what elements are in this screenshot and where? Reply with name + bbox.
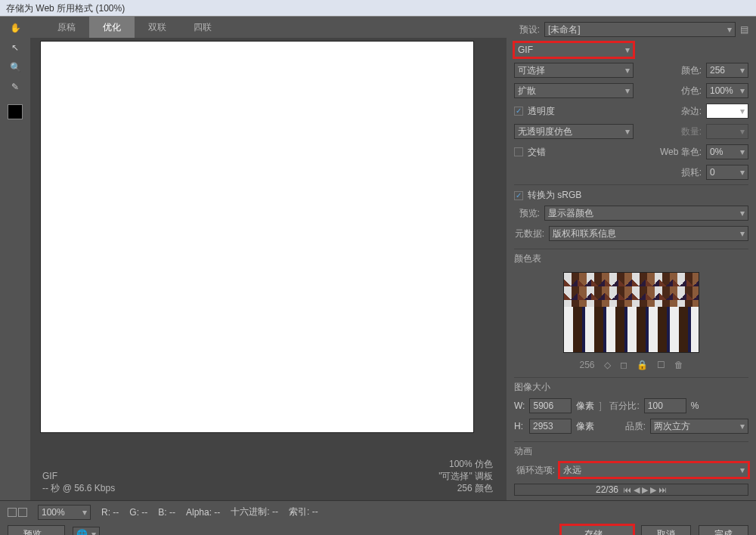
link-icon[interactable]: ] (599, 400, 601, 411)
alpha-readout: Alpha: -- (186, 507, 220, 518)
width-input[interactable] (529, 398, 572, 413)
zoom-select[interactable]: 100% (38, 505, 91, 520)
ct-icon[interactable]: ◇ (604, 360, 611, 370)
dither-amt-select[interactable]: 100% (706, 83, 748, 98)
info-strip: 100% R: -- G: -- B: -- Alpha: -- 十六进制: -… (0, 500, 756, 523)
prev-frame-icon[interactable]: ◀ (634, 485, 640, 495)
transparency-checkbox[interactable] (514, 107, 523, 116)
loop-label: 循环选项: (514, 464, 555, 477)
cancel-button[interactable]: 取消 (641, 525, 691, 536)
info-palette: "可选择" 调板 (438, 470, 493, 482)
color-table[interactable] (563, 272, 699, 353)
format-select[interactable]: GIF (514, 42, 634, 57)
metadata-select[interactable]: 版权和联系信息 (549, 226, 748, 241)
interlace-checkbox[interactable] (514, 147, 523, 156)
transparency-label: 透明度 (528, 105, 555, 118)
preview-select[interactable]: 显示器颜色 (544, 206, 748, 221)
ct-icon[interactable]: ◻ (620, 360, 627, 370)
button-row: 预览... 🌐 存储... 取消 完成 (0, 523, 756, 535)
websnap-select[interactable]: 0% (706, 144, 748, 159)
preview-canvas[interactable] (40, 41, 474, 433)
info-colors: 256 颜色 (438, 482, 493, 494)
ct-lock-icon[interactable]: 🔒 (637, 360, 648, 370)
reduction-select[interactable]: 可选择 (514, 63, 634, 78)
window-title: 存储为 Web 所用格式 (100%) (0, 0, 756, 17)
browser-select[interactable]: 🌐 (73, 527, 100, 535)
info-dither: 100% 仿色 (438, 458, 493, 470)
color-swatch[interactable] (8, 104, 23, 119)
imagesize-label: 图像大小 (514, 377, 748, 394)
preview-button[interactable]: 预览... (8, 525, 65, 536)
frame-count: 22/36 (596, 484, 618, 495)
srgb-label: 转换为 sRGB (528, 189, 581, 202)
preview-label: 预览: (514, 207, 540, 220)
colortable-count: 256 (579, 360, 594, 370)
amount-label: 数量: (671, 125, 702, 138)
slice-tool-icon[interactable]: ↖ (5, 39, 26, 56)
tab-optimized[interactable]: 优化 (89, 17, 135, 39)
preset-label: 预设: (514, 23, 540, 36)
websnap-label: Web 靠色: (656, 146, 702, 159)
colors-select[interactable]: 256 (706, 63, 748, 78)
last-frame-icon[interactable]: ⏭ (658, 485, 667, 495)
percent-input[interactable] (644, 398, 686, 413)
g-readout: G: -- (129, 507, 147, 518)
preset-select[interactable]: [未命名] (544, 22, 736, 37)
h-label: H: (514, 421, 525, 431)
colortable-footer: 256 ◇ ◻ 🔒 ☐ 🗑 (514, 360, 748, 370)
settings-panel: 预设: [未命名] ▤ GIF 可选择 颜色: 256 扩散 仿色: 100% … (507, 17, 756, 500)
hex-readout: 十六进制: -- (231, 506, 278, 518)
eyedropper-tool-icon[interactable]: ✎ (5, 79, 26, 95)
tab-4up[interactable]: 四联 (180, 17, 225, 39)
speed-label: -- 秒 @ 56.6 Kbps (42, 482, 115, 494)
amount-select (706, 124, 748, 139)
animation-label: 动画 (514, 441, 748, 458)
save-button[interactable]: 存储... (561, 525, 634, 536)
b-readout: B: -- (158, 507, 175, 518)
r-readout: R: -- (101, 507, 119, 518)
quality-label: 品质: (612, 420, 646, 433)
matte-label: 杂边: (671, 105, 702, 118)
zoom-tool-icon[interactable]: 🔍 (5, 59, 26, 76)
loop-select[interactable]: 永远 (559, 462, 748, 478)
done-button[interactable]: 完成 (699, 525, 748, 536)
ct-trash-icon[interactable]: 🗑 (674, 360, 683, 370)
matte-select[interactable] (706, 104, 748, 119)
hand-tool-icon[interactable]: ✋ (5, 20, 26, 36)
srgb-checkbox[interactable] (514, 191, 523, 200)
toolbar: ✋ ↖ 🔍 ✎ (0, 17, 30, 500)
px-label: 像素 (576, 400, 594, 413)
first-frame-icon[interactable]: ⏮ (623, 485, 631, 495)
format-label: GIF (42, 470, 115, 482)
canvas-info-left: GIF -- 秒 @ 56.6 Kbps (42, 470, 115, 494)
canvas-info-right: 100% 仿色 "可选择" 调板 256 颜色 (438, 458, 493, 494)
height-input[interactable] (529, 419, 572, 434)
slice-vis-icons[interactable] (8, 508, 27, 517)
dither-amt-label: 仿色: (671, 85, 702, 97)
px-label2: 像素 (576, 420, 594, 433)
percent-label: 百分比: (606, 400, 640, 413)
pct-sign: % (691, 400, 699, 411)
dither-select[interactable]: 扩散 (514, 83, 634, 98)
colortable-label: 颜色表 (514, 249, 748, 265)
lossy-select[interactable]: 0 (706, 165, 748, 180)
play-icon[interactable]: ▶ (642, 485, 648, 495)
colors-label: 颜色: (671, 64, 702, 77)
frame-nav: 22/36 ⏮ ◀ ▶ ▶ ⏭ (514, 484, 748, 496)
lossy-label: 损耗: (671, 166, 702, 179)
next-frame-icon[interactable]: ▶ (650, 485, 656, 495)
w-label: W: (514, 400, 525, 411)
interlace-label: 交错 (528, 146, 546, 159)
view-tabs: 原稿 优化 双联 四联 (30, 17, 507, 38)
trans-dither-select[interactable]: 无透明度仿色 (514, 124, 634, 139)
globe-icon: 🌐 (76, 529, 88, 535)
quality-select[interactable]: 两次立方 (650, 419, 748, 434)
tab-original[interactable]: 原稿 (44, 17, 89, 39)
tab-2up[interactable]: 双联 (135, 17, 180, 39)
index-readout: 索引: -- (289, 506, 318, 518)
flyout-menu-icon[interactable]: ▤ (740, 24, 748, 35)
ct-new-icon[interactable]: ☐ (657, 360, 665, 370)
metadata-label: 元数据: (514, 227, 544, 240)
